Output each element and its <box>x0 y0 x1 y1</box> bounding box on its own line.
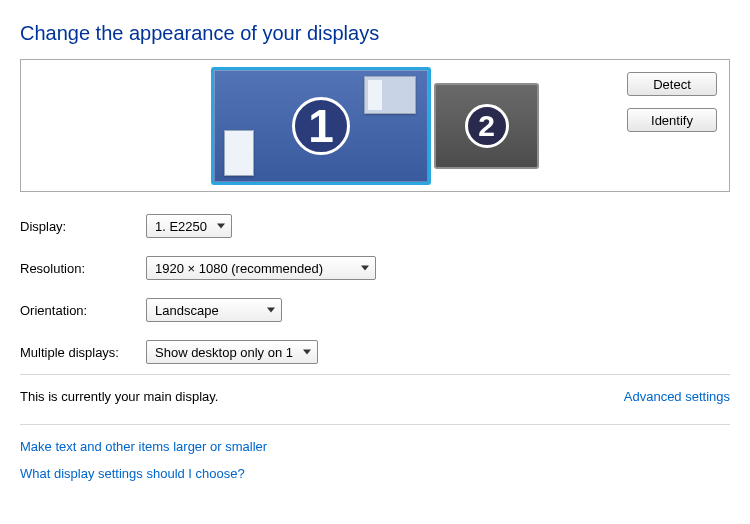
monitor-number-badge: 1 <box>292 97 350 155</box>
text-size-link[interactable]: Make text and other items larger or smal… <box>20 439 730 454</box>
display-arrangement-panel: 1 2 Detect Identify <box>20 59 730 192</box>
orientation-select[interactable]: Landscape <box>146 298 282 322</box>
resolution-select-value: 1920 × 1080 (recommended) <box>155 261 323 276</box>
monitor-number-badge: 2 <box>465 104 509 148</box>
multiple-displays-select[interactable]: Show desktop only on 1 <box>146 340 318 364</box>
display-select[interactable]: 1. E2250 <box>146 214 232 238</box>
detect-button[interactable]: Detect <box>627 72 717 96</box>
display-select-value: 1. E2250 <box>155 219 207 234</box>
window-thumbnail-icon <box>224 130 254 176</box>
divider <box>20 424 730 425</box>
help-link[interactable]: What display settings should I choose? <box>20 466 730 481</box>
chevron-down-icon <box>361 266 369 271</box>
resolution-label: Resolution: <box>20 261 146 276</box>
monitor-2[interactable]: 2 <box>434 83 539 169</box>
orientation-select-value: Landscape <box>155 303 219 318</box>
identify-button[interactable]: Identify <box>627 108 717 132</box>
window-thumbnail-icon <box>364 76 416 114</box>
chevron-down-icon <box>303 350 311 355</box>
multiple-displays-label: Multiple displays: <box>20 345 146 360</box>
orientation-label: Orientation: <box>20 303 146 318</box>
resolution-select[interactable]: 1920 × 1080 (recommended) <box>146 256 376 280</box>
page-title: Change the appearance of your displays <box>20 22 730 45</box>
chevron-down-icon <box>267 308 275 313</box>
main-display-status: This is currently your main display. <box>20 389 218 404</box>
chevron-down-icon <box>217 224 225 229</box>
multiple-displays-select-value: Show desktop only on 1 <box>155 345 293 360</box>
divider <box>20 374 730 375</box>
display-label: Display: <box>20 219 146 234</box>
monitor-layout: 1 2 <box>211 67 539 185</box>
monitor-1[interactable]: 1 <box>211 67 431 185</box>
advanced-settings-link[interactable]: Advanced settings <box>624 389 730 404</box>
